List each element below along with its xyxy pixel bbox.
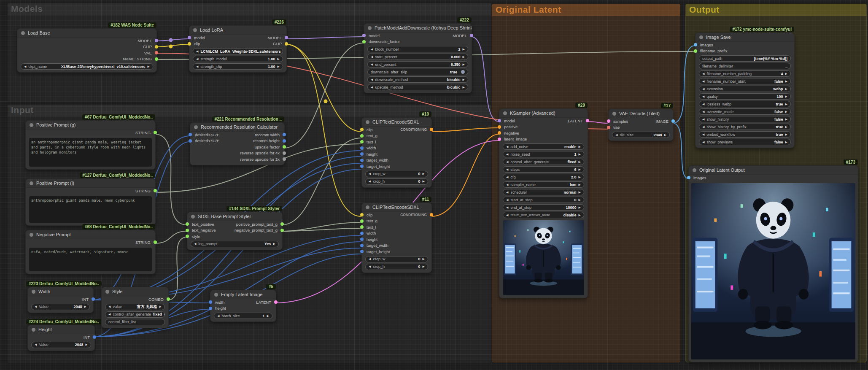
decrement-arrow[interactable]: ◀: [369, 265, 371, 268]
decrement-arrow[interactable]: ◀: [702, 80, 704, 83]
widget-show-history[interactable]: ◀show_historyfalse▶: [699, 116, 791, 122]
input-slot-width[interactable]: [360, 232, 364, 235]
collapse-dot[interactable]: [503, 111, 507, 115]
widget-upscale-method[interactable]: ◀upscale_methodbicubic▶: [367, 84, 468, 90]
node-vae-decode-tiled[interactable]: #17 VAE Decode (Tiled) samplesIMAGE vae …: [608, 109, 674, 141]
collapse-dot[interactable]: [366, 120, 369, 124]
input-slot-clip[interactable]: [360, 213, 364, 216]
decrement-arrow[interactable]: ◀: [702, 72, 704, 76]
widget-tile-size[interactable]: ◀tile_size2048▶: [612, 132, 670, 138]
widget-strength-model[interactable]: ◀strength_model1.00▶: [193, 56, 283, 62]
output-slot-string[interactable]: [154, 189, 157, 192]
widget-quality[interactable]: ◀quality100▶: [699, 93, 791, 100]
prompt-textarea[interactable]: nsfw, naked/nude, watermark, signature, …: [29, 248, 152, 271]
output-slot-model[interactable]: [285, 36, 288, 39]
input-slot-clip[interactable]: [188, 42, 191, 46]
output-slot-reverse-upscale-4x[interactable]: [283, 151, 286, 155]
widget-value[interactable]: ◀Value2048▶: [31, 304, 90, 310]
node-title[interactable]: SDXL Base Prompt Styler: [187, 212, 282, 221]
decrement-arrow[interactable]: ◀: [371, 78, 373, 81]
widget-end-percent[interactable]: ◀end_percent0.350▶: [367, 61, 468, 68]
decrement-arrow[interactable]: ◀: [217, 314, 219, 318]
output-slot-recomm-height[interactable]: [283, 139, 286, 143]
collapse-dot[interactable]: [214, 293, 218, 297]
collapse-dot[interactable]: [105, 290, 109, 294]
decrement-arrow[interactable]: ◀: [108, 305, 111, 308]
increment-arrow[interactable]: ▶: [463, 86, 465, 89]
widget-embed-workflow[interactable]: ◀embed_workflowtrue▶: [699, 131, 791, 138]
collapse-dot[interactable]: [699, 35, 703, 39]
node-image-save[interactable]: #172 ymc-node-suite-comfyui Image Save i…: [695, 32, 795, 148]
node-load-lora[interactable]: #226 Load LoRA modelMODEL clipCLIP ◀LCM\…: [189, 25, 287, 73]
node-title[interactable]: VAE Decode (Tiled): [609, 109, 673, 118]
input-slot-text-g[interactable]: [360, 134, 364, 138]
prompt-textarea[interactable]: an anthropomorphic giant panda male, wea…: [29, 138, 152, 167]
node-title[interactable]: Load Base: [17, 29, 156, 38]
decrement-arrow[interactable]: ◀: [196, 57, 198, 61]
input-slot-downscale-factor[interactable]: [362, 40, 366, 43]
widget-scheduler[interactable]: ◀schedulernormal▶: [503, 189, 584, 195]
input-slot-target-width[interactable]: [360, 159, 364, 162]
decrement-arrow[interactable]: ◀: [506, 206, 508, 209]
increment-arrow[interactable]: ▶: [785, 133, 787, 136]
output-slot-reverse-upscale-2x[interactable]: [283, 157, 286, 161]
widget-lossless-webp[interactable]: ◀lossless_webptrue▶: [699, 101, 791, 107]
output-slot-latent[interactable]: [274, 300, 278, 304]
decrement-arrow[interactable]: ◀: [702, 118, 704, 121]
node-title[interactable]: Image Save: [695, 33, 794, 42]
increment-arrow[interactable]: ▶: [423, 257, 425, 261]
node-title[interactable]: Empty Latent Image: [210, 290, 276, 299]
collapse-dot[interactable]: [193, 28, 197, 32]
output-slot-recomm-width[interactable]: [283, 133, 286, 136]
input-slot-target-width[interactable]: [360, 244, 364, 247]
widget-sampler-name[interactable]: ◀sampler_namelcm▶: [503, 181, 584, 188]
widget-filename-delimiter[interactable]: filename_delimiter_: [699, 63, 791, 69]
widget-overwrite-mode[interactable]: ◀overwrite_modefalse▶: [699, 108, 791, 115]
widget-crop-h[interactable]: ◀crop_h0▶: [365, 264, 428, 270]
input-slot-clip[interactable]: [360, 128, 364, 131]
increment-arrow[interactable]: ▶: [463, 78, 465, 81]
widget-start-percent[interactable]: ◀start_percent0.000▶: [367, 54, 468, 60]
input-slot-samples[interactable]: [607, 119, 610, 123]
decrement-arrow[interactable]: ◀: [702, 103, 704, 106]
decrement-arrow[interactable]: ◀: [194, 242, 196, 246]
increment-arrow[interactable]: ▶: [785, 80, 787, 83]
node-sdxl-base-prompt-styler[interactable]: #144 SDXL Prompt Styler SDXL Base Prompt…: [187, 212, 283, 250]
node-title[interactable]: Positive Prompt (g): [26, 121, 155, 130]
decrement-arrow[interactable]: ◀: [506, 191, 508, 194]
widget-downscale-method[interactable]: ◀downscale_methodbicubic▶: [367, 76, 468, 83]
collapse-dot[interactable]: [30, 233, 33, 237]
node-title[interactable]: Height: [28, 325, 94, 334]
decrement-arrow[interactable]: ◀: [506, 198, 508, 202]
input-slot-target-height[interactable]: [360, 250, 364, 253]
input-slot-style[interactable]: [186, 235, 189, 238]
input-slot-images[interactable]: [694, 43, 697, 46]
node-title[interactable]: Original Latent Output: [689, 166, 858, 175]
collapse-dot[interactable]: [693, 168, 696, 172]
widget-show-previews[interactable]: ◀show_previewsfalse▶: [699, 139, 791, 145]
increment-arrow[interactable]: ▶: [579, 145, 581, 149]
node-title[interactable]: KSampler (Advanced): [499, 109, 588, 118]
collapse-dot[interactable]: [366, 205, 369, 209]
input-slot-filename-prefix[interactable]: [694, 49, 697, 53]
widget-value[interactable]: ◀Value2048▶: [31, 342, 91, 348]
output-slot-conditioning[interactable]: [430, 213, 433, 216]
decrement-arrow[interactable]: ◀: [35, 343, 37, 346]
decrement-arrow[interactable]: ◀: [615, 133, 617, 137]
output-slot-name-string[interactable]: [155, 57, 158, 61]
decrement-arrow[interactable]: ◀: [506, 153, 508, 156]
node-title[interactable]: Width: [28, 287, 93, 296]
output-slot-int[interactable]: [92, 297, 95, 301]
input-slot-model[interactable]: [498, 119, 501, 122]
widget-downscale-after-skip[interactable]: downscale_after_skiptrue: [367, 69, 468, 75]
increment-arrow[interactable]: ▶: [785, 110, 787, 113]
increment-arrow[interactable]: ▶: [84, 305, 86, 308]
node-positive-prompt-g[interactable]: #67 Derfuu_ComfyUI_ModdedNo.. Positive P…: [25, 120, 156, 170]
decrement-arrow[interactable]: ◀: [35, 305, 37, 308]
widget-control-after-generate[interactable]: ◀control_after_generatefixed▶: [503, 159, 584, 165]
increment-arrow[interactable]: ▶: [785, 95, 787, 98]
node-height[interactable]: #224 Derfuu_ComfyUI_ModdedNo.. Height IN…: [27, 325, 95, 351]
decrement-arrow[interactable]: ◀: [371, 86, 373, 89]
output-slot-positive-prompt-text-g[interactable]: [280, 222, 284, 226]
node-clip-text-encode-sdxl-11[interactable]: #11 CLIPTextEncodeSDXL clipCONDITIONING …: [361, 203, 432, 273]
